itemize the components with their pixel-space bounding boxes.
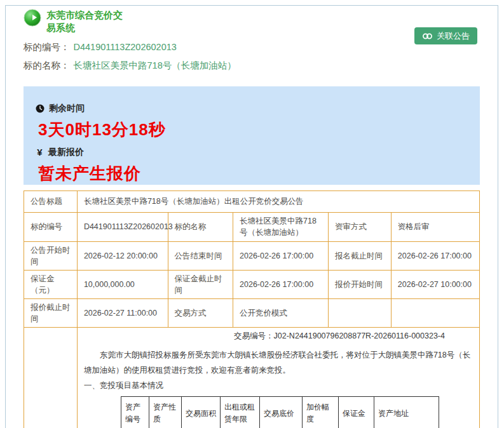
subject-number-label: 标的编号：	[24, 42, 70, 52]
clock-icon	[36, 104, 44, 113]
cell-value: 2026-02-26 17:00:00	[233, 270, 329, 298]
latest-offer-value: 暂未产生报价	[38, 163, 480, 185]
column-header: 交易面积	[181, 396, 220, 428]
subject-number-value: D441901113Z202602013	[74, 42, 177, 52]
remaining-time-label: 剩余时间	[49, 103, 85, 114]
table-row: 公告开始时间 2026-02-12 20:00:00 公告结束时间 2026-0…	[24, 241, 480, 270]
section-heading: 一、竞投项目基本情况	[84, 378, 474, 394]
link-chain-icon	[422, 32, 433, 40]
subject-name-label: 标的名称：	[24, 60, 70, 70]
cell-label: 报价截止时间	[24, 299, 78, 328]
cell-label: 资审方式	[328, 212, 391, 241]
remaining-time-value: 3天0时13分18秒	[38, 119, 480, 141]
column-header: 交易底价	[259, 396, 302, 428]
cell-value: 长塘社区美景中路718号（长塘加油站）	[233, 212, 329, 241]
cell-label: 公告结束时间	[168, 241, 233, 270]
project-table-header-row: 资产编号 资产性质 交易面积 出租或租赁年限 交易底价 加价幅度 保证金 资产地…	[121, 396, 439, 428]
related-announcements-label: 关联公告	[437, 30, 470, 42]
cell-label: 标的编号	[24, 212, 78, 241]
title-value: 长塘社区美景中路718号（长塘加油站）出租公开竞价交易公告	[77, 191, 479, 212]
announcement-body-cell: 交易编号：J02-N2441900796208877R-20260116-000…	[77, 328, 479, 428]
cell-value: 2026-02-26 17:00:00	[233, 241, 329, 270]
column-header: 加价幅度	[302, 396, 338, 428]
cell-value	[391, 299, 479, 328]
cell-value: 10,000,000.00	[77, 270, 168, 298]
subject-number-row: 标的编号：D441901113Z202602013	[24, 41, 480, 53]
column-header: 保证金	[338, 396, 374, 428]
cell-label: 报名截止时间	[328, 241, 391, 270]
column-header: 资产地址	[374, 396, 439, 428]
system-title: 东莞市综合竞价交易系统	[46, 9, 129, 35]
cell-value: 2026-02-12 20:00:00	[77, 241, 168, 270]
cell-value: 资格后审	[391, 212, 479, 241]
table-row: 公告标题 长塘社区美景中路718号（长塘加油站）出租公开竞价交易公告	[24, 191, 480, 212]
announcement-paragraph: 东莞市大朗镇招投标服务所受东莞市大朗镇长塘股份经济联合社委托，将对位于大朗镇美景…	[84, 348, 474, 378]
project-basic-info-table: 资产编号 资产性质 交易面积 出租或租赁年限 交易底价 加价幅度 保证金 资产地…	[121, 396, 439, 428]
status-panel: 剩余时间 3天0时13分18秒 ¥ 最新报价 暂未产生报价	[24, 86, 480, 185]
latest-offer-row: ¥ 最新报价	[36, 147, 480, 158]
announcement-info-table: 公告标题 长塘社区美景中路718号（长塘加油站）出租公开竞价交易公告 标的编号 …	[24, 191, 480, 428]
cell-label: 保证金截止时间	[168, 270, 233, 298]
cell-value: 公开竞价模式	[233, 299, 329, 328]
column-header: 资产编号	[121, 396, 149, 428]
subject-name-row: 标的名称：长塘社区美景中路718号（长塘加油站）	[24, 60, 480, 72]
cell-value: 2026-02-27 10:00:00	[391, 270, 479, 298]
table-row: 标的编号 D441901113Z202602013 标的名称 长塘社区美景中路7…	[24, 212, 480, 241]
cell-label	[328, 299, 391, 328]
subject-name-value: 长塘社区美景中路718号（长塘加油站）	[74, 60, 236, 70]
empty-label-cell	[24, 328, 78, 428]
transaction-number-line: 交易编号：J02-N2441900796208877R-20260116-000…	[84, 330, 474, 342]
system-logo-arrow-icon	[24, 9, 41, 27]
title-label: 公告标题	[24, 191, 78, 212]
latest-offer-label: 最新报价	[48, 147, 84, 158]
table-row: 交易编号：J02-N2441900796208877R-20260116-000…	[24, 328, 480, 428]
cell-value: 2026-02-27 11:00:00	[77, 299, 168, 328]
transaction-number-label: 交易编号：	[234, 331, 274, 340]
cell-label: 报价开始时间	[328, 270, 391, 298]
page-frame: 东莞市综合竞价交易系统 关联公告 标的编号：D441901113Z2026020…	[5, 5, 498, 428]
yen-icon: ¥	[36, 147, 44, 157]
cell-value: D441901113Z202602013	[77, 212, 168, 241]
column-header: 出租或租赁年限	[220, 396, 259, 428]
table-row: 报价截止时间 2026-02-27 11:00:00 交易方式 公开竞价模式	[24, 299, 480, 328]
cell-label: 公告开始时间	[24, 241, 78, 270]
cell-label: 交易方式	[168, 299, 233, 328]
cell-label: 保证金（元）	[24, 270, 78, 298]
column-header: 资产性质	[149, 396, 181, 428]
cell-label: 标的名称	[168, 212, 233, 241]
header: 东莞市综合竞价交易系统	[24, 6, 480, 35]
transaction-number-value: J02-N2441900796208877R-20260116-000323-4	[274, 331, 445, 340]
cell-value: 2026-02-26 17:00:00	[391, 241, 479, 270]
remaining-time-row: 剩余时间	[36, 103, 480, 114]
table-row: 保证金（元） 10,000,000.00 保证金截止时间 2026-02-26 …	[24, 270, 480, 298]
related-announcements-button[interactable]: 关联公告	[414, 27, 477, 44]
